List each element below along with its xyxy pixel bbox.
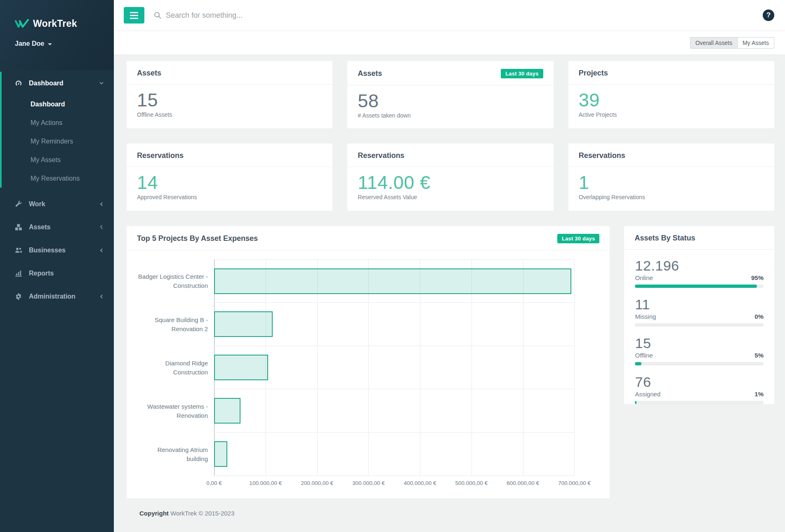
user-menu[interactable]: Jane Doe: [15, 40, 114, 47]
sidebar-item-label: Businesses: [29, 247, 99, 254]
chevron-left-icon: [99, 225, 104, 230]
help-button[interactable]: ?: [763, 9, 774, 21]
sidebar-item-reports[interactable]: Reports: [2, 262, 114, 285]
stat-label: Offline Assets: [137, 111, 322, 118]
stat-label: Reserved Assets Value: [358, 194, 543, 200]
chart-bar-row: Diamond Ridge Construction: [127, 346, 574, 389]
x-tick-label: 200.000,00 €: [301, 480, 333, 486]
status-item-assigned: 76 Assigned 1%: [635, 374, 764, 404]
chevron-left-icon: [99, 202, 104, 207]
dashboard-submenu: Dashboard My Actions My Reminders My Ass…: [2, 95, 114, 188]
search-icon: [153, 11, 162, 19]
category-label: Renovating Atrium building: [127, 433, 214, 476]
bar-renovating-atrium[interactable]: [214, 441, 227, 467]
sidebar-item-assets[interactable]: Assets: [2, 216, 114, 239]
sidebar-item-my-reminders[interactable]: My Reminders: [2, 132, 114, 151]
bar-chart: Badger Logistics Center - Construction S…: [127, 250, 610, 492]
category-label: Badger Logistics Center - Construction: [127, 259, 214, 303]
status-item-online: 12.196 Online 95%: [635, 258, 764, 288]
sidebar-item-my-assets[interactable]: My Assets: [2, 151, 114, 169]
status-item-offline: 15 Offline 5%: [635, 335, 764, 365]
progress-bar: [635, 401, 764, 404]
category-label: Square Building B - Renovation 2: [127, 303, 214, 346]
status-label: Assigned: [635, 391, 660, 398]
menu-group-administration: Administration: [0, 285, 114, 308]
status-value: 15: [635, 335, 764, 351]
stat-card-reserved-assets-value: Reservations 114.00 € Reserved Assets Va…: [347, 144, 553, 211]
menu-group-assets: Assets: [0, 216, 114, 239]
x-tick-label: 400.000,00 €: [404, 480, 436, 486]
search-input[interactable]: [166, 11, 413, 20]
bottom-row: Top 5 Projects By Asset Expenses Last 30…: [127, 226, 774, 498]
dashboard-toolbar: Overall Assets My Assets: [114, 31, 785, 55]
progress-bar: [635, 323, 764, 327]
bar-square-building-b[interactable]: [214, 311, 273, 337]
sidebar-item-my-reservations[interactable]: My Reservations: [2, 169, 114, 188]
copyright-label: Copyright: [139, 510, 169, 517]
x-tick-label: 300.000,00 €: [352, 480, 385, 486]
stat-card-offline-assets: Assets 15 Offline Assets: [127, 61, 332, 128]
chevron-down-icon: [99, 81, 104, 86]
worktrek-logo-icon: [15, 19, 29, 29]
stat-label: Active Projects: [579, 111, 764, 118]
dashboard-content: Assets 15 Offline Assets Assets Last 30 …: [114, 55, 785, 532]
status-value: 11: [635, 297, 764, 313]
sidebar-item-administration[interactable]: Administration: [2, 285, 114, 308]
x-tick-label: 500.000,00 €: [455, 480, 488, 486]
sidebar-item-my-actions[interactable]: My Actions: [2, 113, 114, 132]
menu-group-work: Work: [0, 193, 114, 216]
my-assets-button[interactable]: My Assets: [737, 37, 774, 49]
stat-card-approved-reservations: Reservations 14 Approved Reservations: [127, 144, 332, 211]
stat-card-active-projects: Projects 39 Active Projects: [568, 61, 774, 128]
sidebar-item-label: Dashboard: [29, 80, 99, 87]
chart-bar-row: Renovating Atrium building: [127, 433, 574, 476]
stat-cards-row-1: Assets 15 Offline Assets Assets Last 30 …: [127, 61, 774, 128]
sidebar-item-label: Work: [29, 200, 99, 208]
x-tick-label: 600.000,00 €: [507, 480, 539, 486]
status-percent: 1%: [754, 391, 764, 398]
users-icon: [15, 247, 22, 254]
chevron-left-icon: [99, 248, 104, 253]
stat-value: 15: [137, 89, 322, 111]
sidebar-item-dashboard-sub[interactable]: Dashboard: [2, 95, 114, 113]
status-percent: 5%: [754, 352, 764, 359]
bar-wastewater-systems[interactable]: [214, 398, 240, 424]
sidebar-menu: Dashboard Dashboard My Actions My Remind…: [0, 70, 114, 308]
top-bar: ?: [114, 0, 785, 31]
sidebar-item-dashboard[interactable]: Dashboard: [2, 72, 114, 95]
status-value: 76: [635, 374, 764, 390]
sidebar-item-businesses[interactable]: Businesses: [2, 239, 114, 262]
chart-title: Top 5 Projects By Asset Expenses: [137, 234, 258, 243]
sidebar-item-work[interactable]: Work: [2, 193, 114, 216]
stat-card-assets-taken-down: Assets Last 30 days 58 # Assets taken do…: [347, 61, 553, 128]
assets-by-status-card: Assets By Status 12.196 Online 95% 11: [624, 226, 774, 404]
sidebar-item-label: Administration: [29, 293, 99, 300]
gear-icon: [15, 293, 22, 300]
x-tick-label: 0,00 €: [206, 480, 222, 486]
chevron-left-icon: [99, 294, 104, 299]
x-tick-label: 100.000,00 €: [249, 480, 282, 486]
stat-label: Overlapping Reservations: [579, 194, 764, 200]
bar-chart-icon: [15, 270, 22, 277]
status-label: Missing: [635, 313, 656, 320]
main-area: ? Overall Assets My Assets Assets 15 Off…: [114, 0, 785, 532]
chart-bar-row: Wastewater systems - Renovation: [127, 389, 574, 433]
card-title: Assets: [358, 69, 382, 78]
user-name: Jane Doe: [15, 40, 44, 47]
chart-x-axis: 0,00 €100.000,00 €200.000,00 €300.000,00…: [214, 480, 574, 492]
status-label: Online: [635, 274, 653, 281]
bar-badger-logistics[interactable]: [214, 268, 571, 294]
cubes-icon: [15, 224, 22, 231]
stat-value: 114.00 €: [358, 172, 543, 193]
hamburger-menu-button[interactable]: [124, 7, 144, 24]
chart-rows: Badger Logistics Center - Construction S…: [127, 259, 574, 476]
bar-diamond-ridge[interactable]: [214, 355, 268, 380]
status-item-missing: 11 Missing 0%: [635, 297, 764, 327]
card-title: Reservations: [358, 151, 404, 160]
status-percent: 0%: [754, 313, 764, 320]
app-logo[interactable]: WorkTrek: [15, 18, 114, 29]
status-value: 12.196: [635, 258, 764, 274]
sidebar-header: WorkTrek Jane Doe: [0, 0, 114, 70]
overall-assets-button[interactable]: Overall Assets: [690, 37, 737, 49]
menu-group-businesses: Businesses: [0, 239, 114, 262]
